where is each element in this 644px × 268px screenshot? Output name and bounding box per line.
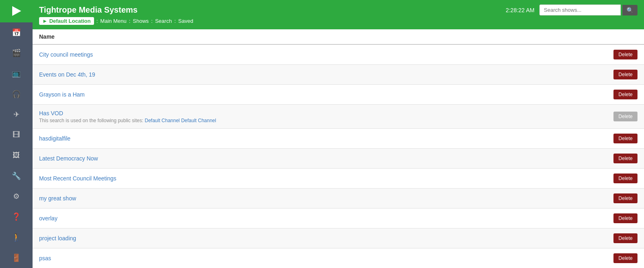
public-site-link-2[interactable]: Default Channel	[181, 118, 216, 123]
delete-button[interactable]: Delete	[613, 154, 637, 163]
row-link[interactable]: hasdigitalfile	[39, 135, 70, 142]
delete-button[interactable]: Delete	[613, 213, 637, 223]
search-input[interactable]	[539, 4, 621, 15]
nav-search[interactable]: Search	[155, 18, 172, 24]
sidebar-item-calendar[interactable]: 📅	[0, 22, 33, 43]
sidebar-item-help[interactable]: ❓	[0, 206, 33, 227]
column-name-label: Name	[39, 33, 55, 40]
table-row: Grayson is a HamDelete	[33, 85, 644, 105]
header: Tightrope Media Systems 2:28:22 AM 🔍 ► D…	[33, 0, 644, 29]
delete-button[interactable]: Delete	[613, 90, 637, 99]
clock: 2:28:22 AM	[506, 7, 534, 13]
table-row: project loadingDelete	[33, 228, 644, 248]
nav-separator-3: :	[151, 18, 153, 24]
delete-button[interactable]: Delete	[613, 193, 637, 203]
header-nav: ► Default Location : Main Menu : Shows :…	[39, 17, 637, 25]
sidebar-item-tv[interactable]: 📺	[0, 63, 33, 83]
nav-main-menu[interactable]: Main Menu	[100, 18, 126, 24]
table-row: Latest Democracy NowDelete	[33, 149, 644, 169]
app-logo[interactable]	[0, 0, 33, 22]
nav-shows[interactable]: Shows	[133, 18, 149, 24]
delete-button: Delete	[613, 112, 637, 121]
table-row: Has VODThis search is used on the follow…	[33, 105, 644, 129]
delete-button[interactable]: Delete	[613, 50, 637, 59]
table-row: my great showDelete	[33, 189, 644, 209]
sidebar-item-send[interactable]: ✈	[0, 104, 33, 125]
location-label: Default Location	[49, 18, 91, 24]
rows-container: City council meetingsDeleteEvents on Dec…	[33, 45, 644, 268]
row-link[interactable]: Events on Dec 4th, 19	[39, 71, 95, 78]
sidebar-item-gear[interactable]: ⚙	[0, 186, 33, 206]
row-sub-text: This search is used on the following pub…	[39, 118, 613, 123]
sidebar-item-signout[interactable]: 🚪	[0, 248, 33, 268]
row-link[interactable]: Most Recent Council Meetings	[39, 175, 116, 182]
sidebar-item-person[interactable]: 🚶	[0, 227, 33, 247]
table-row: City council meetingsDelete	[33, 45, 644, 65]
delete-button[interactable]: Delete	[613, 233, 637, 243]
public-site-link[interactable]: Default Channel	[145, 118, 180, 123]
row-link[interactable]: my great show	[39, 195, 76, 202]
nav-separator-4: :	[174, 18, 176, 24]
sidebar-item-film[interactable]: 🎞	[0, 125, 33, 145]
delete-button[interactable]: Delete	[613, 70, 637, 79]
table-row: Events on Dec 4th, 19Delete	[33, 65, 644, 85]
delete-button[interactable]: Delete	[613, 253, 637, 263]
row-link[interactable]: overlay	[39, 215, 57, 222]
table-row: hasdigitalfileDelete	[33, 129, 644, 149]
row-link[interactable]: psas	[39, 255, 51, 261]
sidebar-item-clapperboard[interactable]: 🎬	[0, 43, 33, 63]
sidebar: 📅 🎬 📺 🎧 ✈ 🎞 🖼 🔧 ⚙ ❓ 🚶 🚪	[0, 0, 33, 268]
row-link[interactable]: Latest Democracy Now	[39, 155, 98, 162]
nav-saved[interactable]: Saved	[178, 18, 193, 24]
row-link[interactable]: Has VOD	[39, 110, 63, 116]
content-area: Name City council meetingsDeleteEvents o…	[33, 29, 644, 268]
search-box: 🔍	[539, 4, 637, 15]
nav-separator-2: :	[129, 18, 131, 24]
location-button[interactable]: ► Default Location	[39, 17, 94, 25]
location-icon: ►	[42, 18, 48, 24]
sidebar-item-monitor[interactable]: 🖼	[0, 145, 33, 165]
nav-separator-1: :	[96, 18, 98, 24]
sidebar-item-wrench[interactable]: 🔧	[0, 166, 33, 186]
svg-marker-0	[12, 6, 21, 16]
app-title: Tightrope Media Systems	[39, 5, 138, 15]
sidebar-item-headset[interactable]: 🎧	[0, 84, 33, 104]
delete-button[interactable]: Delete	[613, 134, 637, 143]
search-button[interactable]: 🔍	[622, 5, 637, 15]
row-link[interactable]: City council meetings	[39, 51, 93, 58]
row-link[interactable]: Grayson is a Ham	[39, 91, 85, 98]
delete-button[interactable]: Delete	[613, 174, 637, 183]
table-header: Name	[33, 29, 644, 45]
table-row: Most Recent Council MeetingsDelete	[33, 169, 644, 189]
row-link[interactable]: project loading	[39, 235, 76, 242]
table-row: overlayDelete	[33, 209, 644, 228]
table-row: psasDelete	[33, 248, 644, 268]
main-area: Tightrope Media Systems 2:28:22 AM 🔍 ► D…	[33, 0, 644, 268]
